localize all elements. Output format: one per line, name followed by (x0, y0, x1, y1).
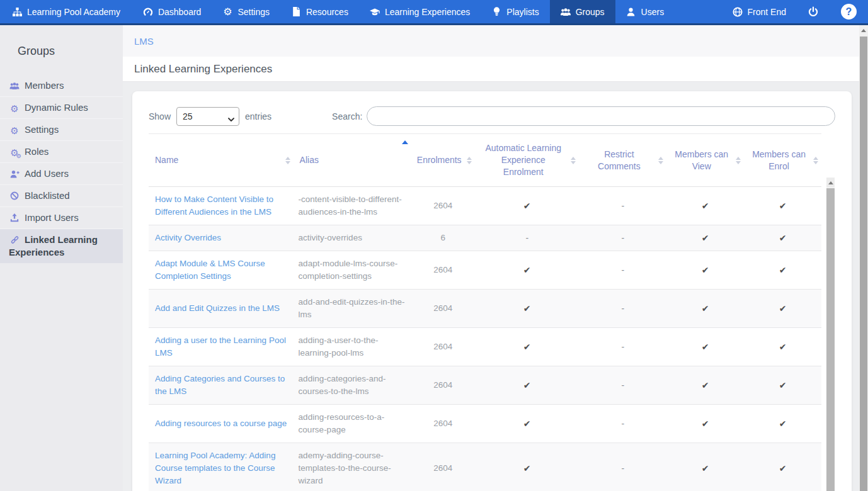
nav-item-learning-experiences[interactable]: Learning Experiences (359, 0, 481, 23)
sidebar-item-add-users[interactable]: Add Users (0, 162, 123, 184)
name-cell: Add and Edit Quizzes in the LMS (149, 290, 294, 328)
sidebar-item-label: Members (25, 80, 64, 91)
triangle-up-icon (828, 181, 833, 184)
scroll-up-button[interactable] (859, 25, 868, 36)
sidebar-item-dynamic-rules[interactable]: ⚙Dynamic Rules (0, 96, 123, 118)
scrollbar-thumb[interactable] (826, 188, 835, 491)
nav-item-resources[interactable]: Resources (280, 0, 359, 23)
experience-name-link[interactable]: Adding Categories and Courses to the LMS (155, 374, 285, 396)
experience-name-link[interactable]: Adding a user to the Learning Pool LMS (155, 336, 286, 358)
sort-arrows-icon (813, 157, 818, 164)
entries-label: entries (245, 111, 271, 121)
restrict-comments-cell: - (579, 443, 666, 491)
sidebar-item-linked-learning-experiences[interactable]: Linked Learning Experiences (0, 229, 123, 263)
table-header-row: Name Alias Enrolments Automatic Lea (149, 134, 821, 187)
experience-name-link[interactable]: Adapt Module & LMS Course Completion Set… (155, 259, 265, 281)
experience-name-link[interactable]: Add and Edit Quizzes in the LMS (155, 303, 280, 313)
experience-name-link[interactable]: Activity Overrides (155, 233, 221, 242)
name-cell: Adapt Module & LMS Course Completion Set… (149, 251, 294, 290)
nav-item-groups[interactable]: Groups (550, 0, 615, 23)
column-header-name[interactable]: Name (149, 134, 294, 187)
nav-item-label: Settings (237, 7, 270, 17)
nav-item-users[interactable]: Users (615, 0, 675, 23)
members-can-view-cell: ✔ (666, 290, 744, 328)
help-button[interactable]: ? (830, 4, 868, 20)
column-header-members-can-enrol[interactable]: Members can Enrol (744, 134, 821, 187)
members-can-view-cell: ✔ (666, 366, 744, 405)
members-can-view-cell: ✔ (666, 328, 744, 366)
table-row: Add and Edit Quizzes in the LMS add-and-… (149, 290, 821, 328)
table-card: Show 25 entries Search: (132, 91, 852, 491)
column-header-members-can-view[interactable]: Members can View (666, 134, 744, 187)
question-circle-icon: ? (841, 4, 857, 20)
sidebar-menu: Members ⚙Dynamic Rules ⚙Settings ⚙⚙Roles… (0, 75, 123, 263)
breadcrumb-link-lms[interactable]: LMS (134, 36, 154, 47)
sidebar: Groups Members ⚙Dynamic Rules ⚙Settings … (0, 25, 123, 491)
user-icon (626, 7, 636, 17)
restrict-comments-cell: - (579, 251, 666, 290)
sort-arrows-icon (467, 157, 472, 164)
automatic-enrolment-cell: ✔ (475, 443, 580, 491)
sidebar-item-blacklisted[interactable]: Blacklisted (0, 184, 123, 206)
enrolments-cell: 2604 (411, 366, 475, 405)
nav-item-settings[interactable]: ⚙ Settings (212, 0, 280, 23)
sort-arrows-icon (571, 157, 576, 164)
scroll-up-button[interactable] (826, 178, 835, 188)
column-header-automatic-enrolment[interactable]: Automatic Learning Experience Enrolment (475, 134, 580, 187)
members-can-view-cell: ✔ (666, 187, 744, 225)
breadcrumb: LMS (123, 25, 859, 57)
restrict-comments-cell: - (579, 225, 666, 251)
power-icon (808, 7, 818, 17)
page-title-bar: Linked Learning Experiences (123, 57, 859, 82)
enrolments-cell: 2604 (411, 187, 475, 225)
page-title: Linked Learning Experiences (134, 63, 272, 76)
sidebar-item-label: Dynamic Rules (25, 102, 88, 113)
nav-item-label: Learning Experiences (385, 7, 470, 17)
gears-icon: ⚙⚙ (9, 149, 20, 157)
members-can-view-cell: ✔ (666, 251, 744, 290)
nav-right-group: Front End ? (722, 0, 868, 23)
table-row: Adding resources to a course page adding… (149, 405, 821, 443)
ban-icon (9, 191, 20, 200)
gear-icon: ⚙ (9, 104, 20, 113)
experience-name-link[interactable]: Learning Pool Academy: Adding Course tem… (155, 451, 275, 485)
name-cell: Activity Overrides (149, 225, 294, 251)
members-can-view-cell: ✔ (666, 443, 744, 491)
members-can-enrol-cell: ✔ (744, 366, 821, 405)
content-area: Show 25 entries Search: (123, 82, 859, 491)
alias-cell: -content-visible-to-different-audiences-… (294, 187, 411, 225)
sidebar-item-label: Add Users (25, 168, 69, 179)
search-label: Search: (332, 111, 362, 121)
nav-item-dashboard[interactable]: Dashboard (132, 0, 212, 23)
nav-item-front-end[interactable]: Front End (722, 7, 797, 17)
brand-label: Learning Pool Academy (27, 7, 120, 17)
automatic-enrolment-cell: ✔ (475, 405, 580, 443)
scrollbar-thumb[interactable] (860, 37, 867, 491)
experience-name-link[interactable]: Adding resources to a course page (155, 419, 287, 428)
alias-cell: add-and-edit-quizzes-in-the-lms (294, 290, 411, 328)
automatic-enrolment-cell: ✔ (475, 328, 580, 366)
enrolments-cell: 2604 (411, 443, 475, 491)
nav-brand[interactable]: Learning Pool Academy (0, 0, 132, 23)
logout-button[interactable] (797, 7, 830, 17)
column-header-enrolments[interactable]: Enrolments (411, 134, 475, 187)
automatic-enrolment-cell: ✔ (475, 366, 580, 405)
enrolments-cell: 2604 (411, 328, 475, 366)
sidebar-item-import-users[interactable]: Import Users (0, 206, 123, 229)
page-scrollbar[interactable] (859, 25, 868, 491)
tachometer-icon (143, 7, 153, 17)
sidebar-item-roles[interactable]: ⚙⚙Roles (0, 140, 123, 162)
sidebar-item-label: Import Users (25, 212, 79, 223)
experience-name-link[interactable]: How to Make Content Visible to Different… (155, 195, 273, 217)
table-scrollbar[interactable] (826, 178, 835, 491)
page-size-select[interactable]: 25 (176, 107, 239, 126)
search-input[interactable] (367, 106, 835, 126)
sidebar-item-members[interactable]: Members (0, 75, 123, 96)
column-header-alias[interactable]: Alias (294, 134, 411, 187)
sort-arrows-icon (736, 157, 741, 164)
sidebar-item-settings[interactable]: ⚙Settings (0, 118, 123, 140)
members-can-enrol-cell: ✔ (744, 443, 821, 491)
column-header-restrict-comments[interactable]: Restrict Comments (579, 134, 666, 187)
page-size-select-wrap: 25 (176, 107, 239, 126)
nav-item-playlists[interactable]: Playlists (481, 0, 549, 23)
